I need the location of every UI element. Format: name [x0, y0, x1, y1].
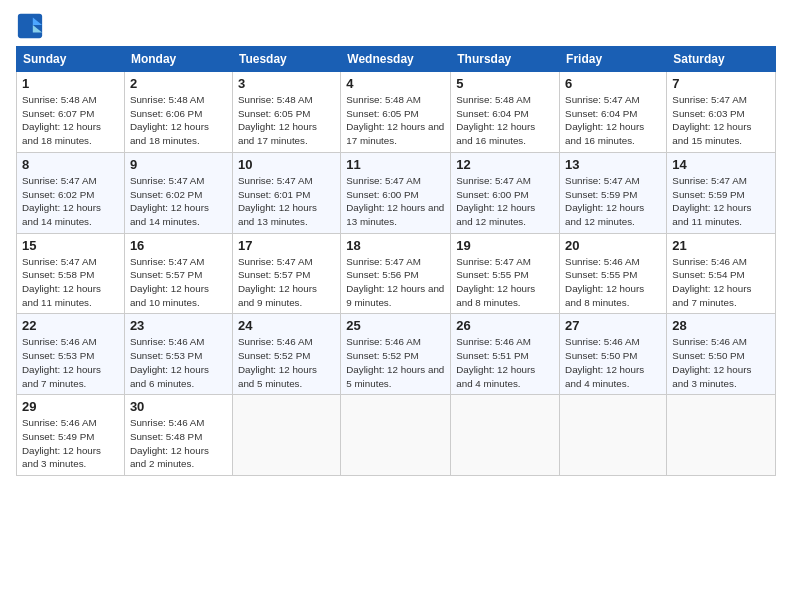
day-info: Sunrise: 5:47 AM Sunset: 6:02 PM Dayligh… — [22, 174, 119, 229]
day-number: 26 — [456, 318, 554, 333]
day-info: Sunrise: 5:47 AM Sunset: 6:04 PM Dayligh… — [565, 93, 661, 148]
day-info: Sunrise: 5:47 AM Sunset: 6:03 PM Dayligh… — [672, 93, 770, 148]
calendar-cell: 3Sunrise: 5:48 AM Sunset: 6:05 PM Daylig… — [232, 72, 340, 153]
day-header-saturday: Saturday — [667, 47, 776, 72]
day-info: Sunrise: 5:48 AM Sunset: 6:05 PM Dayligh… — [238, 93, 335, 148]
calendar-cell: 20Sunrise: 5:46 AM Sunset: 5:55 PM Dayli… — [560, 233, 667, 314]
day-header-friday: Friday — [560, 47, 667, 72]
day-info: Sunrise: 5:46 AM Sunset: 5:50 PM Dayligh… — [565, 335, 661, 390]
day-number: 23 — [130, 318, 227, 333]
calendar-cell: 30Sunrise: 5:46 AM Sunset: 5:48 PM Dayli… — [124, 395, 232, 476]
day-info: Sunrise: 5:46 AM Sunset: 5:52 PM Dayligh… — [238, 335, 335, 390]
day-header-tuesday: Tuesday — [232, 47, 340, 72]
calendar-week-row: 8Sunrise: 5:47 AM Sunset: 6:02 PM Daylig… — [17, 152, 776, 233]
day-number: 21 — [672, 238, 770, 253]
day-info: Sunrise: 5:47 AM Sunset: 5:55 PM Dayligh… — [456, 255, 554, 310]
calendar-cell: 15Sunrise: 5:47 AM Sunset: 5:58 PM Dayli… — [17, 233, 125, 314]
calendar-cell — [232, 395, 340, 476]
calendar-cell: 26Sunrise: 5:46 AM Sunset: 5:51 PM Dayli… — [451, 314, 560, 395]
calendar-cell: 17Sunrise: 5:47 AM Sunset: 5:57 PM Dayli… — [232, 233, 340, 314]
day-info: Sunrise: 5:46 AM Sunset: 5:49 PM Dayligh… — [22, 416, 119, 471]
calendar-cell: 21Sunrise: 5:46 AM Sunset: 5:54 PM Dayli… — [667, 233, 776, 314]
day-number: 20 — [565, 238, 661, 253]
day-info: Sunrise: 5:47 AM Sunset: 6:00 PM Dayligh… — [346, 174, 445, 229]
day-info: Sunrise: 5:46 AM Sunset: 5:50 PM Dayligh… — [672, 335, 770, 390]
day-number: 28 — [672, 318, 770, 333]
calendar-cell — [341, 395, 451, 476]
calendar-cell: 5Sunrise: 5:48 AM Sunset: 6:04 PM Daylig… — [451, 72, 560, 153]
day-info: Sunrise: 5:46 AM Sunset: 5:48 PM Dayligh… — [130, 416, 227, 471]
calendar-header-row: SundayMondayTuesdayWednesdayThursdayFrid… — [17, 47, 776, 72]
day-number: 13 — [565, 157, 661, 172]
day-number: 19 — [456, 238, 554, 253]
calendar-week-row: 1Sunrise: 5:48 AM Sunset: 6:07 PM Daylig… — [17, 72, 776, 153]
calendar-cell: 28Sunrise: 5:46 AM Sunset: 5:50 PM Dayli… — [667, 314, 776, 395]
calendar-cell: 2Sunrise: 5:48 AM Sunset: 6:06 PM Daylig… — [124, 72, 232, 153]
day-number: 2 — [130, 76, 227, 91]
day-info: Sunrise: 5:47 AM Sunset: 5:57 PM Dayligh… — [238, 255, 335, 310]
day-info: Sunrise: 5:46 AM Sunset: 5:51 PM Dayligh… — [456, 335, 554, 390]
calendar-table: SundayMondayTuesdayWednesdayThursdayFrid… — [16, 46, 776, 476]
day-info: Sunrise: 5:48 AM Sunset: 6:07 PM Dayligh… — [22, 93, 119, 148]
day-number: 27 — [565, 318, 661, 333]
day-number: 25 — [346, 318, 445, 333]
day-header-thursday: Thursday — [451, 47, 560, 72]
day-info: Sunrise: 5:47 AM Sunset: 5:57 PM Dayligh… — [130, 255, 227, 310]
logo — [16, 12, 48, 40]
calendar-cell: 4Sunrise: 5:48 AM Sunset: 6:05 PM Daylig… — [341, 72, 451, 153]
calendar-cell: 27Sunrise: 5:46 AM Sunset: 5:50 PM Dayli… — [560, 314, 667, 395]
day-info: Sunrise: 5:46 AM Sunset: 5:55 PM Dayligh… — [565, 255, 661, 310]
calendar-cell — [560, 395, 667, 476]
day-number: 16 — [130, 238, 227, 253]
calendar-cell: 14Sunrise: 5:47 AM Sunset: 5:59 PM Dayli… — [667, 152, 776, 233]
day-number: 18 — [346, 238, 445, 253]
day-info: Sunrise: 5:47 AM Sunset: 5:58 PM Dayligh… — [22, 255, 119, 310]
day-number: 7 — [672, 76, 770, 91]
calendar-cell: 11Sunrise: 5:47 AM Sunset: 6:00 PM Dayli… — [341, 152, 451, 233]
calendar-cell: 29Sunrise: 5:46 AM Sunset: 5:49 PM Dayli… — [17, 395, 125, 476]
calendar-cell: 6Sunrise: 5:47 AM Sunset: 6:04 PM Daylig… — [560, 72, 667, 153]
calendar-cell: 1Sunrise: 5:48 AM Sunset: 6:07 PM Daylig… — [17, 72, 125, 153]
calendar-cell: 25Sunrise: 5:46 AM Sunset: 5:52 PM Dayli… — [341, 314, 451, 395]
day-info: Sunrise: 5:48 AM Sunset: 6:06 PM Dayligh… — [130, 93, 227, 148]
day-number: 17 — [238, 238, 335, 253]
calendar-cell: 7Sunrise: 5:47 AM Sunset: 6:03 PM Daylig… — [667, 72, 776, 153]
day-number: 14 — [672, 157, 770, 172]
calendar-week-row: 15Sunrise: 5:47 AM Sunset: 5:58 PM Dayli… — [17, 233, 776, 314]
calendar-week-row: 22Sunrise: 5:46 AM Sunset: 5:53 PM Dayli… — [17, 314, 776, 395]
calendar-cell: 23Sunrise: 5:46 AM Sunset: 5:53 PM Dayli… — [124, 314, 232, 395]
day-number: 24 — [238, 318, 335, 333]
day-number: 9 — [130, 157, 227, 172]
calendar-cell: 19Sunrise: 5:47 AM Sunset: 5:55 PM Dayli… — [451, 233, 560, 314]
day-info: Sunrise: 5:46 AM Sunset: 5:53 PM Dayligh… — [130, 335, 227, 390]
day-number: 30 — [130, 399, 227, 414]
calendar-cell — [451, 395, 560, 476]
day-number: 29 — [22, 399, 119, 414]
day-info: Sunrise: 5:46 AM Sunset: 5:52 PM Dayligh… — [346, 335, 445, 390]
day-info: Sunrise: 5:46 AM Sunset: 5:54 PM Dayligh… — [672, 255, 770, 310]
day-info: Sunrise: 5:47 AM Sunset: 6:00 PM Dayligh… — [456, 174, 554, 229]
day-info: Sunrise: 5:47 AM Sunset: 6:01 PM Dayligh… — [238, 174, 335, 229]
calendar-cell: 16Sunrise: 5:47 AM Sunset: 5:57 PM Dayli… — [124, 233, 232, 314]
calendar-week-row: 29Sunrise: 5:46 AM Sunset: 5:49 PM Dayli… — [17, 395, 776, 476]
calendar-cell: 12Sunrise: 5:47 AM Sunset: 6:00 PM Dayli… — [451, 152, 560, 233]
day-info: Sunrise: 5:48 AM Sunset: 6:04 PM Dayligh… — [456, 93, 554, 148]
logo-icon — [16, 12, 44, 40]
page: SundayMondayTuesdayWednesdayThursdayFrid… — [0, 0, 792, 484]
calendar-cell: 22Sunrise: 5:46 AM Sunset: 5:53 PM Dayli… — [17, 314, 125, 395]
calendar-cell: 18Sunrise: 5:47 AM Sunset: 5:56 PM Dayli… — [341, 233, 451, 314]
calendar-cell: 24Sunrise: 5:46 AM Sunset: 5:52 PM Dayli… — [232, 314, 340, 395]
day-number: 6 — [565, 76, 661, 91]
day-number: 5 — [456, 76, 554, 91]
day-number: 1 — [22, 76, 119, 91]
svg-rect-0 — [18, 14, 42, 38]
day-number: 10 — [238, 157, 335, 172]
calendar-cell: 9Sunrise: 5:47 AM Sunset: 6:02 PM Daylig… — [124, 152, 232, 233]
day-info: Sunrise: 5:47 AM Sunset: 5:59 PM Dayligh… — [672, 174, 770, 229]
day-number: 8 — [22, 157, 119, 172]
day-number: 11 — [346, 157, 445, 172]
day-info: Sunrise: 5:46 AM Sunset: 5:53 PM Dayligh… — [22, 335, 119, 390]
day-number: 3 — [238, 76, 335, 91]
day-info: Sunrise: 5:47 AM Sunset: 5:59 PM Dayligh… — [565, 174, 661, 229]
day-number: 4 — [346, 76, 445, 91]
